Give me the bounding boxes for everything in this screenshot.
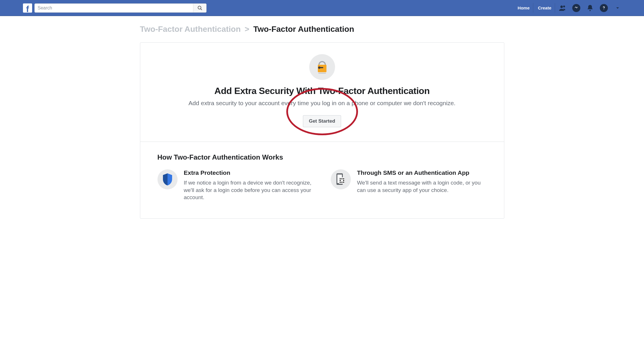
nav-create-link[interactable]: Create <box>534 3 555 13</box>
svg-rect-19 <box>341 182 343 183</box>
help-button[interactable] <box>599 3 608 13</box>
svg-rect-9 <box>318 73 326 74</box>
header-right: Home Create <box>514 3 624 13</box>
card-body: Through SMS or an Authentication App We'… <box>357 169 487 201</box>
search-input[interactable] <box>35 4 193 12</box>
messenger-button[interactable] <box>572 3 581 13</box>
svg-point-0 <box>198 6 201 9</box>
svg-rect-15 <box>343 178 344 179</box>
search-button[interactable] <box>193 4 206 12</box>
friends-icon <box>559 4 566 12</box>
svg-rect-13 <box>340 178 341 179</box>
svg-point-3 <box>563 5 565 7</box>
card-title: Through SMS or an Authentication App <box>357 169 487 176</box>
friend-requests-button[interactable] <box>558 3 567 13</box>
card-text: If we notice a login from a device we do… <box>184 179 314 201</box>
svg-point-4 <box>589 10 591 11</box>
messenger-icon <box>574 6 579 10</box>
nav-home-link[interactable]: Home <box>514 3 534 13</box>
breadcrumb-current: Two-Factor Authentication <box>253 25 354 34</box>
shield-icon <box>162 173 173 186</box>
breadcrumb: Two-Factor Authentication > Two-Factor A… <box>140 25 504 34</box>
phone-qr-icon <box>334 172 347 187</box>
card-title: Extra Protection <box>184 169 314 176</box>
help-icon <box>602 6 606 10</box>
svg-point-5 <box>604 9 604 9</box>
notifications-button[interactable] <box>585 3 595 13</box>
svg-rect-17 <box>343 180 344 181</box>
svg-point-8 <box>318 66 320 69</box>
search-container <box>34 3 207 13</box>
card-body: Extra Protection If we notice a login fr… <box>184 169 314 201</box>
hero-subtitle: Add extra security to your account every… <box>149 100 495 107</box>
svg-rect-18 <box>340 182 341 183</box>
shield-icon-container <box>157 169 178 189</box>
cards-row: Extra Protection If we notice a login fr… <box>157 169 487 201</box>
svg-rect-20 <box>343 182 344 183</box>
facebook-logo-icon[interactable]: f <box>23 3 32 13</box>
lock-icon <box>315 58 329 76</box>
how-it-works-heading: How Two-Factor Authentication Works <box>157 153 487 161</box>
how-it-works-section: How Two-Factor Authentication Works Extr… <box>140 142 504 218</box>
breadcrumb-separator: > <box>245 25 249 34</box>
main-panel: Add Extra Security With Two-Factor Authe… <box>140 42 504 219</box>
header-left: f <box>23 3 207 13</box>
card-sms-auth: Through SMS or an Authentication App We'… <box>331 169 487 201</box>
account-menu-button[interactable] <box>613 3 622 13</box>
content-wrap: Two-Factor Authentication > Two-Factor A… <box>134 16 510 219</box>
get-started-button[interactable]: Get Started <box>303 115 341 127</box>
bell-icon <box>586 4 594 12</box>
phone-icon-container <box>331 169 351 189</box>
breadcrumb-parent[interactable]: Two-Factor Authentication <box>140 25 241 34</box>
hero-title: Add Extra Security With Two-Factor Authe… <box>149 86 495 96</box>
card-text: We'll send a text message with a login c… <box>357 179 487 194</box>
chevron-down-icon <box>616 6 620 10</box>
svg-rect-16 <box>340 180 341 181</box>
card-extra-protection: Extra Protection If we notice a login fr… <box>157 169 314 201</box>
svg-rect-14 <box>341 178 343 179</box>
search-icon <box>197 5 203 11</box>
hero-section: Add Extra Security With Two-Factor Authe… <box>140 43 504 142</box>
svg-line-1 <box>201 9 202 10</box>
svg-point-2 <box>560 5 563 8</box>
top-header: f Home Create <box>0 0 644 16</box>
hero-icon-container <box>309 54 335 80</box>
